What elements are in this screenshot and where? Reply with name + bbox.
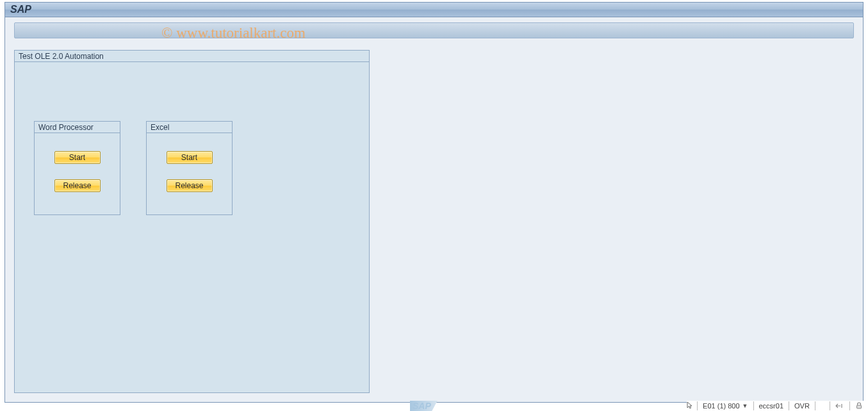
chevron-down-icon: ▼ bbox=[742, 401, 748, 410]
status-mode: OVR bbox=[789, 401, 815, 410]
status-spacer bbox=[815, 401, 830, 410]
panel-word-body: Start Release bbox=[35, 133, 120, 192]
panel-excel: Excel Start Release bbox=[146, 121, 233, 215]
status-session-text: E01 (1) 800 bbox=[703, 401, 739, 410]
panel-excel-body: Start Release bbox=[147, 133, 232, 192]
main-group-box: Test OLE 2.0 Automation Word Processor S… bbox=[14, 50, 370, 393]
main-group-title: Test OLE 2.0 Automation bbox=[15, 51, 369, 62]
panel-word-processor: Word Processor Start Release bbox=[34, 121, 120, 215]
application-toolbar[interactable] bbox=[14, 22, 854, 38]
status-session[interactable]: E01 (1) 800 ▼ bbox=[697, 401, 753, 410]
release-button-excel[interactable]: Release bbox=[167, 179, 213, 192]
cursor-icon bbox=[687, 401, 697, 410]
start-button-excel[interactable]: Start bbox=[167, 151, 213, 164]
sap-window: SAP Test OLE 2.0 Automation Word Process… bbox=[4, 2, 864, 403]
window-title: SAP bbox=[10, 4, 31, 15]
status-server: eccsr01 bbox=[753, 401, 789, 410]
svg-rect-0 bbox=[857, 405, 862, 408]
panel-word-title: Word Processor bbox=[35, 122, 120, 133]
sap-logo: SAP bbox=[410, 401, 438, 411]
back-icon[interactable] bbox=[830, 401, 849, 410]
content-area: Test OLE 2.0 Automation Word Processor S… bbox=[5, 42, 863, 402]
release-button-word[interactable]: Release bbox=[54, 179, 101, 192]
start-button-word[interactable]: Start bbox=[54, 151, 101, 164]
lock-icon[interactable] bbox=[849, 401, 868, 410]
panel-excel-title: Excel bbox=[147, 122, 232, 133]
panel-container: Word Processor Start Release Excel Start… bbox=[15, 62, 369, 215]
status-bar: E01 (1) 800 ▼ eccsr01 OVR bbox=[687, 401, 868, 411]
title-bar: SAP bbox=[5, 3, 863, 17]
